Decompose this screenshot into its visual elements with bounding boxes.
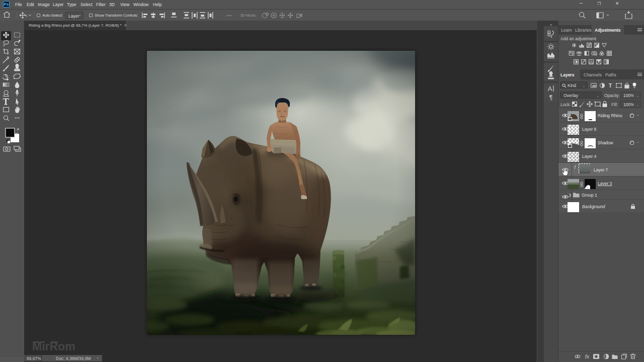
svg-text:A: A — [548, 85, 552, 93]
svg-text:¶: ¶ — [549, 94, 552, 101]
svg-text:fx: fx — [585, 353, 590, 359]
svg-text:T: T — [609, 82, 612, 88]
